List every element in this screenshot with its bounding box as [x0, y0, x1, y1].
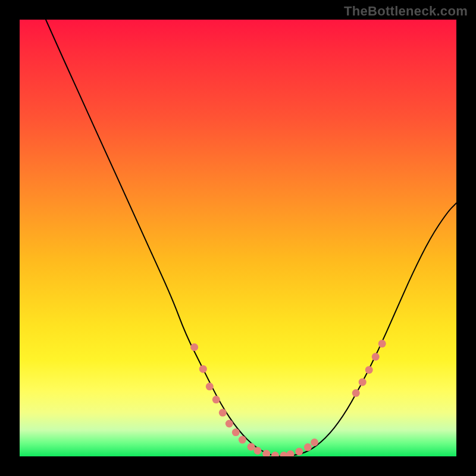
highlight-dot [365, 366, 373, 374]
highlight-dots-group [190, 340, 386, 456]
highlight-dot [199, 365, 207, 373]
highlight-dot [311, 439, 318, 446]
highlight-dot [271, 452, 279, 456]
watermark-text: TheBottleneck.com [344, 4, 468, 19]
highlight-dot [295, 447, 303, 455]
plot-area [20, 20, 456, 456]
highlight-dot [304, 443, 312, 451]
chart-overlay [20, 20, 456, 456]
highlight-dot [226, 420, 233, 428]
highlight-dot [206, 383, 214, 390]
highlight-dot [378, 340, 386, 347]
bottleneck-curve [46, 20, 456, 456]
highlight-dot [212, 396, 220, 403]
highlight-dot [262, 450, 270, 456]
highlight-dot [248, 443, 255, 450]
highlight-dot [239, 436, 246, 444]
highlight-dot [219, 409, 227, 416]
highlight-dot [352, 389, 360, 397]
highlight-dot [359, 378, 367, 386]
highlight-dot [287, 450, 295, 456]
highlight-dot [254, 447, 262, 455]
highlight-dot [372, 353, 380, 361]
chart-stage: TheBottleneck.com [0, 0, 476, 476]
highlight-dot [232, 428, 240, 436]
highlight-dot [190, 343, 198, 351]
